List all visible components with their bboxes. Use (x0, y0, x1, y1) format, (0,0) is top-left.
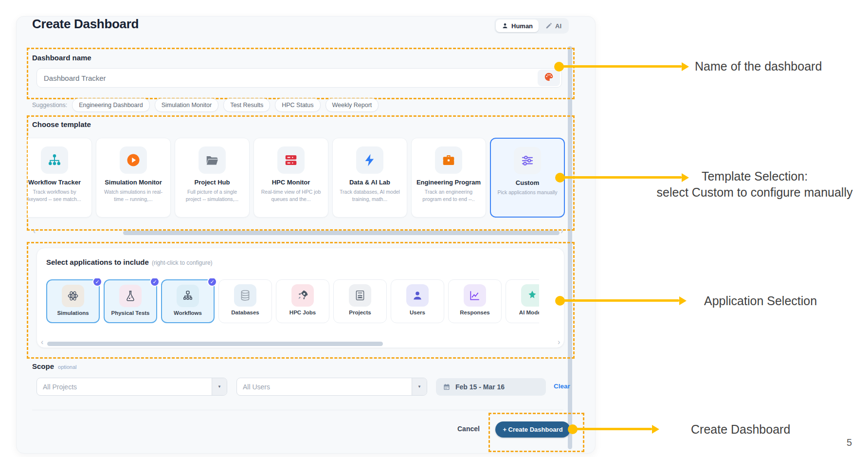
app-card[interactable]: AI Models (506, 279, 539, 323)
template-card-name: Simulation Monitor (96, 179, 170, 186)
scope-label-text: Scope (32, 362, 54, 370)
callout-line-name (559, 65, 682, 68)
suggestion-chip[interactable]: Test Results (223, 98, 270, 112)
template-row: Workflow Tracker Track workflows by keyw… (28, 138, 565, 218)
suggestion-chip[interactable]: Simulation Monitor (155, 98, 219, 112)
apps-scrollbar[interactable] (47, 342, 383, 346)
applications-title-text: Select applications to include (46, 258, 149, 266)
users-select-value: All Users (237, 383, 412, 391)
template-scroll-right-icon[interactable] (561, 227, 563, 235)
app-card[interactable]: Databases (218, 279, 272, 323)
app-card[interactable]: Responses (448, 279, 502, 323)
template-carousel: Workflow Tracker Track workflows by keyw… (28, 138, 565, 219)
flask-icon (119, 285, 142, 307)
template-icon-box (356, 146, 383, 174)
selected-check-icon (150, 278, 160, 287)
selected-check-icon (92, 278, 102, 287)
person-icon (502, 22, 508, 29)
app-card-label: Projects (334, 310, 386, 315)
template-card-description: Track workflows by keyword -- see match.… (28, 186, 91, 202)
app-card[interactable]: Projects (333, 279, 387, 323)
app-card-label: AI Models (506, 310, 539, 315)
template-card-name: Engineering Program (412, 179, 486, 186)
callout-arrowhead-name (682, 62, 689, 71)
slide-canvas: Create Dashboard Human AI Dashboard name… (0, 0, 868, 457)
suggestion-chip[interactable]: Weekly Report (326, 98, 379, 112)
app-card[interactable]: HPC Jobs (276, 279, 329, 323)
suggestion-chip[interactable]: Engineering Dashboard (72, 98, 149, 112)
create-dashboard-button[interactable]: + Create Dashboard (495, 421, 570, 438)
projects-select[interactable]: All Projects (36, 378, 227, 396)
note-create-dashboard: Create Dashboard (691, 422, 790, 437)
template-card-name: HPC Monitor (254, 179, 328, 186)
bolt-icon (362, 153, 377, 167)
briefcase-icon (441, 153, 456, 167)
template-card[interactable]: HPC Monitor Real-time view of HPC job qu… (253, 138, 328, 218)
template-card-description: Track an engineering program end to end … (412, 186, 486, 202)
atom-icon (62, 285, 84, 307)
applications-hint: (right-click to configure) (152, 259, 213, 266)
ai-mode-button[interactable]: AI (540, 19, 567, 32)
selected-check-icon (207, 278, 217, 287)
template-icon-box (120, 146, 147, 174)
template-icon-box (435, 146, 462, 174)
template-card[interactable]: Workflow Tracker Track workflows by keyw… (28, 138, 92, 218)
note-name-of-dashboard: Name of the dashboard (695, 59, 822, 73)
calendar-icon (443, 383, 451, 391)
folder-icon (205, 153, 219, 167)
template-card[interactable]: Data & AI Lab Track databases, AI model … (332, 138, 407, 218)
app-card-label: Workflows (162, 310, 214, 316)
mode-toggle-group: Human AI (494, 18, 569, 34)
note-template-line1: Template Selection: (643, 168, 866, 184)
rocket-icon (291, 284, 314, 307)
applications-carousel: Simulations Physical Tests Workflows Dat… (46, 278, 539, 324)
applications-title: Select applications to include(right-cli… (46, 258, 213, 266)
apps-scroll-left-icon[interactable] (41, 338, 43, 346)
template-scrollbar[interactable] (123, 231, 560, 235)
template-card[interactable]: Simulation Monitor Watch simulations in … (96, 138, 171, 218)
clear-scope-button[interactable]: Clear (554, 383, 570, 390)
template-card-name: Project Hub (175, 179, 249, 186)
dashboard-name-input[interactable] (37, 74, 538, 82)
app-card[interactable]: Workflows (161, 279, 215, 323)
app-card-label: Databases (219, 310, 271, 315)
callout-arrowhead-create (652, 425, 659, 434)
applications-row: Simulations Physical Tests Workflows Dat… (46, 278, 539, 323)
app-card[interactable]: Physical Tests (104, 279, 157, 323)
template-icon-box (199, 146, 226, 174)
app-card[interactable]: Simulations (46, 279, 100, 323)
projects-select-value: All Projects (37, 383, 212, 391)
template-icon-box (514, 147, 541, 174)
chart-icon (464, 284, 486, 307)
template-icon-box (41, 146, 68, 174)
template-scroll-left-icon[interactable] (33, 227, 36, 235)
note-template-selection: Template Selection: select Custom to con… (643, 168, 866, 201)
theme-palette-button[interactable] (538, 70, 560, 86)
app-card[interactable]: Users (391, 279, 444, 323)
scope-optional-label: optional (58, 364, 77, 370)
template-card-description: Pick applications manually (491, 187, 564, 196)
dashboard-name-label: Dashboard name (32, 54, 91, 62)
dialog-title: Create Dashboard (32, 17, 139, 32)
user-icon (406, 284, 429, 307)
human-mode-label: Human (511, 22, 533, 30)
apps-scroll-right-icon[interactable] (558, 338, 560, 346)
cancel-button[interactable]: Cancel (457, 425, 480, 433)
template-card[interactable]: Project Hub Full picture of a single pro… (175, 138, 250, 218)
users-select[interactable]: All Users (236, 378, 427, 396)
app-card-label: Simulations (47, 310, 99, 316)
date-range-picker[interactable]: Feb 15 - Mar 16 (436, 378, 546, 396)
ai-mode-label: AI (555, 22, 561, 30)
template-card[interactable]: Custom Pick applications manually (490, 138, 565, 218)
human-mode-button[interactable]: Human (496, 19, 539, 32)
ai-icon (521, 284, 539, 307)
template-card[interactable]: Engineering Program Track an engineering… (411, 138, 486, 218)
workflow-tree-icon (47, 153, 62, 167)
suggestions-label: Suggestions: (32, 102, 67, 109)
caret-down-icon (412, 378, 427, 395)
template-card-name: Workflow Tracker (28, 179, 91, 186)
template-icon-box (277, 146, 305, 174)
suggestion-chip[interactable]: HPC Status (275, 98, 320, 112)
sliders-icon (520, 153, 535, 168)
note-template-line2: select Custom to configure manually (643, 184, 866, 201)
